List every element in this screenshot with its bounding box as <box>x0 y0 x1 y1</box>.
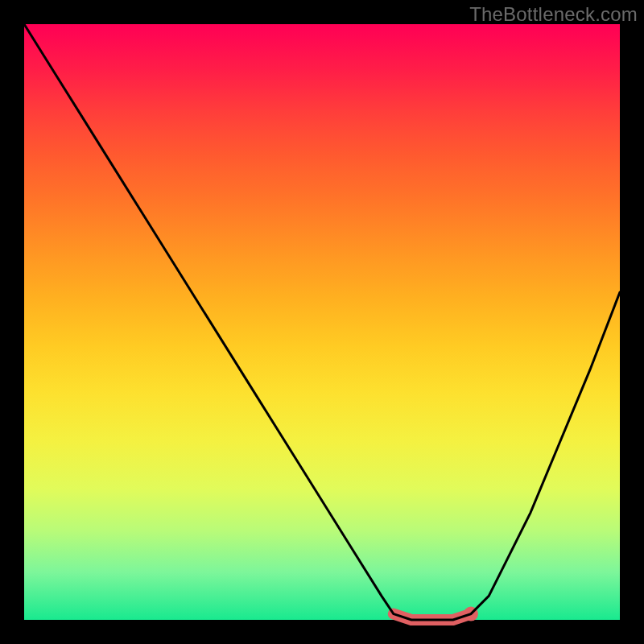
watermark-text: TheBottleneck.com <box>469 3 638 26</box>
chart-frame: TheBottleneck.com <box>0 0 644 644</box>
bottleneck-curve <box>24 24 620 620</box>
chart-svg <box>24 24 620 620</box>
plot-area <box>24 24 620 620</box>
